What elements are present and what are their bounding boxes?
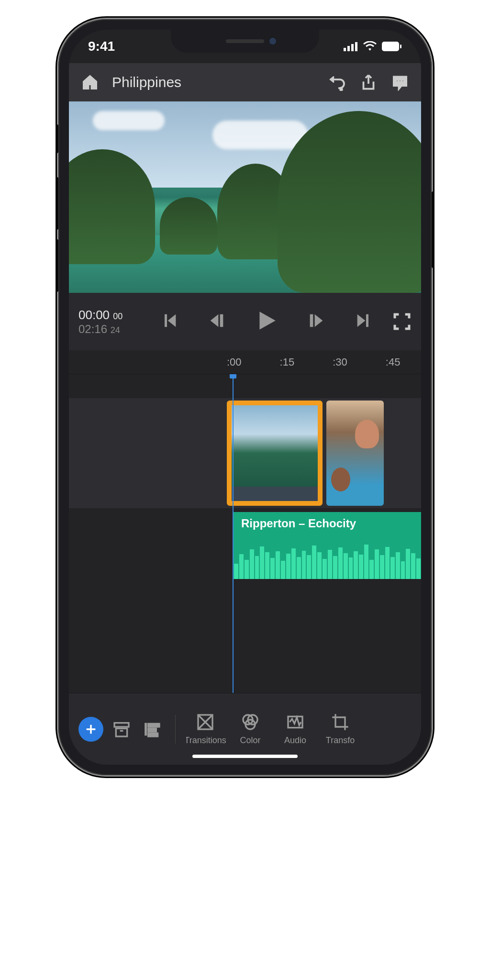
add-media-button[interactable] <box>78 717 103 742</box>
svg-rect-4 <box>382 42 399 51</box>
align-left-icon <box>143 720 162 739</box>
tool-label: Audio <box>284 735 306 746</box>
audio-clip[interactable]: Ripperton – Echocity <box>234 512 421 579</box>
audio-tool[interactable]: Audio <box>281 713 310 746</box>
share-button[interactable] <box>359 73 378 92</box>
cellular-signal-icon <box>344 42 358 51</box>
volume-down-button[interactable] <box>56 239 58 292</box>
color-tool[interactable]: Color <box>236 713 265 746</box>
speech-bubble-icon <box>391 74 409 91</box>
audio-clip-label: Ripperton – Echocity <box>241 517 413 530</box>
home-icon <box>81 74 99 91</box>
plus-icon <box>84 723 98 736</box>
crop-icon <box>331 713 350 732</box>
svg-rect-2 <box>351 44 354 51</box>
go-to-start-button[interactable] <box>160 311 179 332</box>
frame-back-icon <box>207 311 226 330</box>
svg-point-7 <box>396 80 399 82</box>
video-clip-selected[interactable] <box>227 401 323 506</box>
total-timecode: 02:16 24 <box>78 323 141 336</box>
step-back-button[interactable] <box>207 311 226 332</box>
svg-rect-14 <box>148 724 159 727</box>
svg-rect-5 <box>400 45 401 48</box>
svg-rect-15 <box>148 728 156 732</box>
frame-forward-icon <box>307 311 326 330</box>
archive-icon <box>112 720 131 739</box>
power-button[interactable] <box>432 191 434 268</box>
toolbar-divider <box>175 715 176 744</box>
tool-label: Color <box>240 735 260 746</box>
skip-forward-icon <box>354 311 373 330</box>
svg-rect-11 <box>116 728 127 736</box>
svg-rect-16 <box>148 733 158 736</box>
transitions-icon <box>196 713 215 732</box>
notch <box>171 30 319 53</box>
project-panel-button[interactable] <box>109 720 134 739</box>
wifi-icon <box>363 41 377 52</box>
mute-switch[interactable] <box>56 124 58 153</box>
time-ruler[interactable]: :00 :15 :30 :45 <box>69 350 421 374</box>
video-preview[interactable] <box>69 101 421 293</box>
ruler-mark: :00 <box>227 356 242 368</box>
undo-button[interactable] <box>327 73 346 92</box>
status-time: 9:41 <box>88 39 115 54</box>
home-indicator[interactable] <box>192 755 298 758</box>
fullscreen-icon <box>392 312 412 331</box>
tool-label: Transitions <box>186 735 226 746</box>
current-timecode: 00:00 00 <box>78 308 141 323</box>
share-icon <box>360 74 377 91</box>
tool-label: Transfo <box>326 735 355 746</box>
timecodes: 00:00 00 02:16 24 <box>78 308 141 336</box>
bottom-toolbar: Transitions Color Audio Transfo <box>69 693 421 765</box>
play-button[interactable] <box>255 309 278 334</box>
timeline[interactable]: Ripperton – Echocity <box>69 374 421 693</box>
ruler-mark: :45 <box>386 356 401 368</box>
step-forward-button[interactable] <box>307 311 326 332</box>
color-icon <box>241 713 260 732</box>
transitions-tool[interactable]: Transitions <box>191 713 220 746</box>
phone-frame: 9:41 Philippines <box>58 19 432 775</box>
play-controls <box>141 309 392 334</box>
transport-bar: 00:00 00 02:16 24 <box>69 293 421 350</box>
comments-button[interactable] <box>390 73 410 92</box>
screen: 9:41 Philippines <box>69 30 421 765</box>
audio-track[interactable]: Ripperton – Echocity <box>69 512 421 579</box>
svg-point-6 <box>340 89 343 91</box>
skip-back-icon <box>160 311 179 330</box>
undo-icon <box>328 74 345 91</box>
svg-point-9 <box>402 80 404 82</box>
ruler-mark: :30 <box>333 356 347 368</box>
audio-waveform <box>234 541 421 579</box>
video-clip[interactable] <box>326 401 384 506</box>
play-icon <box>255 309 278 333</box>
home-button[interactable] <box>80 73 100 92</box>
project-title: Philippines <box>112 74 315 90</box>
audio-icon <box>286 713 305 732</box>
svg-rect-10 <box>114 723 129 726</box>
svg-point-8 <box>399 80 401 82</box>
fullscreen-button[interactable] <box>392 312 412 331</box>
go-to-end-button[interactable] <box>354 311 373 332</box>
transform-tool[interactable]: Transfo <box>326 713 355 746</box>
timeline-options-button[interactable] <box>140 720 165 739</box>
volume-up-button[interactable] <box>56 177 58 230</box>
tool-scroll[interactable]: Transitions Color Audio Transfo <box>186 713 412 746</box>
playhead[interactable] <box>233 374 234 693</box>
status-indicators <box>344 41 402 52</box>
ruler-mark: :15 <box>280 356 295 368</box>
svg-rect-0 <box>344 48 346 51</box>
video-track[interactable] <box>69 398 421 508</box>
svg-rect-3 <box>355 42 357 51</box>
svg-rect-1 <box>347 46 350 51</box>
battery-icon <box>382 42 402 51</box>
app-header: Philippines <box>69 63 421 101</box>
